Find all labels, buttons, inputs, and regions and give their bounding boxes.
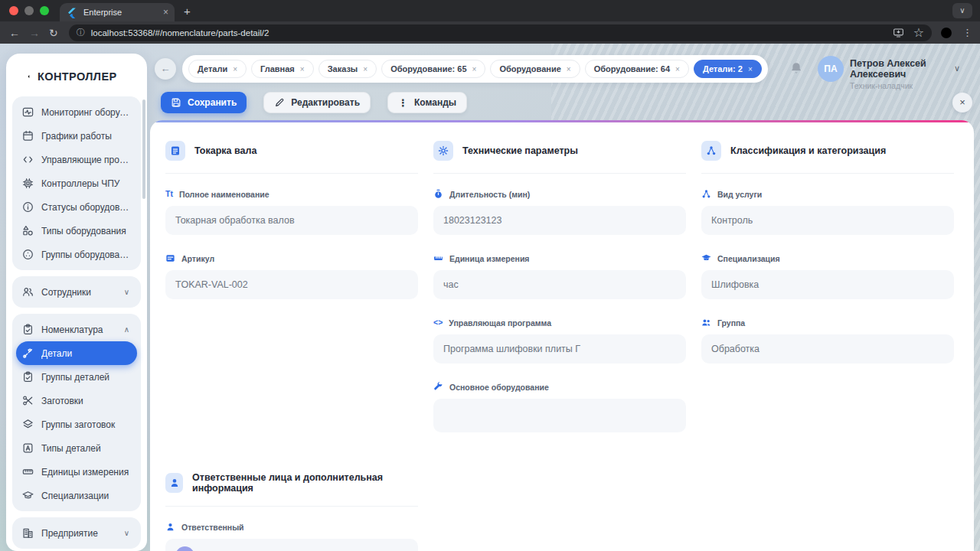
breadcrumb-chip-orders[interactable]: Заказы× [318, 60, 377, 78]
chip-close-icon[interactable]: × [300, 65, 305, 73]
sidebar-item-equipment-types[interactable]: Типы оборудования [16, 219, 137, 243]
sidebar-logo: КОНТРОЛЛЕР [12, 54, 141, 96]
sidebar-item-enterprise[interactable]: Предприятие ∨ [16, 521, 137, 545]
code-icon: <> [433, 318, 443, 328]
sidebar-item-cnc-controllers[interactable]: Контроллеры ЧПУ [16, 171, 137, 195]
chip-close-icon[interactable]: × [675, 65, 680, 73]
sidebar-item-equipment-groups[interactable]: Группы оборудования [16, 243, 137, 266]
breadcrumb-chip-equipment[interactable]: Оборудование× [490, 60, 580, 78]
chip-label: Главная [260, 64, 295, 73]
duration-input[interactable]: 18023123123 [433, 206, 686, 235]
group-input[interactable]: Обработка [701, 334, 954, 364]
sidebar-item-nomenclature[interactable]: Номенклатура ∧ [16, 318, 137, 341]
minimize-window-button[interactable] [24, 6, 34, 15]
window-controls[interactable] [9, 6, 49, 15]
article-input[interactable]: TOKAR-VAL-002 [165, 270, 418, 299]
tab-title: Enterprise [83, 8, 157, 17]
service-type-input[interactable]: Контроль [701, 206, 954, 235]
section-title: Ответственные лица и дополнительная инфо… [192, 472, 418, 494]
breadcrumb-chip-equipment-64[interactable]: Оборудование: 64× [585, 60, 689, 78]
sidebar-scrollbar[interactable] [142, 99, 145, 199]
url-bar[interactable]: ⓘ localhost:53368/#/nomenclature/parts-d… [69, 24, 932, 41]
url-text[interactable]: localhost:53368/#/nomenclature/parts-det… [91, 28, 887, 37]
chip-close-icon[interactable]: × [567, 65, 571, 73]
control-program-input[interactable]: Программа шлифовки плиты Г [433, 334, 686, 364]
sidebar-item-blank-groups[interactable]: Группы заготовок [16, 412, 137, 436]
breadcrumb-chip-parts-2-active[interactable]: Детали: 2× [694, 60, 762, 78]
field-service-type: Вид услуги Контроль [701, 189, 954, 235]
full-name-input[interactable]: Токарная обработка валов [165, 206, 418, 235]
bookmark-star-icon[interactable]: ☆ [913, 25, 924, 40]
collapse-menu-icon[interactable] [18, 70, 31, 83]
sidebar-item-schedules[interactable]: Графики работы [16, 124, 137, 148]
sidebar-item-label: Графики работы [41, 131, 131, 142]
chip-close-icon[interactable]: × [233, 65, 237, 73]
chip-close-icon[interactable]: × [748, 65, 753, 73]
chip-close-icon[interactable]: × [472, 65, 477, 73]
breadcrumb-chip-parts[interactable]: Детали× [188, 60, 247, 78]
browser-profile-icon[interactable] [939, 26, 953, 40]
chip-close-icon[interactable]: × [363, 65, 368, 73]
sidebar-item-monitoring[interactable]: Мониторинг оборудов... [16, 100, 137, 124]
chevron-down-icon: ∨ [124, 529, 129, 537]
sidebar-item-employees[interactable]: Сотрудники ∨ [16, 280, 137, 304]
install-app-icon[interactable] [893, 27, 904, 38]
edit-button[interactable]: Редактировать [263, 92, 371, 113]
user-avatar[interactable]: ПА [818, 56, 844, 82]
browser-tab[interactable]: Enterprise × [60, 3, 175, 21]
sidebar-item-specializations[interactable]: Специализации [16, 484, 137, 507]
section-header-classification: Классификация и категоризация [701, 122, 954, 174]
chip-label: Оборудование: 64 [594, 64, 670, 73]
field-article: Артикул TOKAR-VAL-002 [165, 253, 418, 299]
breadcrumb-chip-equipment-65[interactable]: Оборудование: 65× [381, 60, 485, 78]
field-label: Артикул [181, 254, 214, 263]
sidebar-section-equipment: Мониторинг оборудов... Графики работы Уп… [12, 96, 141, 270]
notifications-bell-icon[interactable] [789, 61, 803, 75]
sidebar-item-control-programs[interactable]: Управляющие програ... [16, 148, 137, 171]
field-label: Полное наименование [179, 190, 270, 199]
site-info-icon[interactable]: ⓘ [77, 27, 85, 38]
tab-search-chevron-icon[interactable]: ∨ [952, 3, 972, 18]
close-view-button[interactable]: × [952, 93, 972, 112]
main-equipment-input[interactable] [433, 399, 686, 432]
field-full-name: Tt Полное наименование Токарная обработк… [165, 189, 418, 235]
people-icon [22, 286, 34, 298]
field-duration: Длительность (мин) 18023123123 [433, 189, 686, 235]
breadcrumb-chip-home[interactable]: Главная× [251, 60, 314, 78]
specialization-input[interactable]: Шлифовка [701, 270, 954, 299]
user-menu-chevron-icon[interactable]: ∨ [954, 64, 960, 73]
sidebar-item-blanks[interactable]: Заготовки [16, 389, 137, 412]
browser-menu-icon[interactable]: ⋮ [962, 27, 972, 38]
responsible-avatar[interactable]: ?? [175, 546, 194, 551]
new-tab-button[interactable]: + [184, 5, 191, 18]
save-button[interactable]: Сохранить [161, 92, 247, 113]
responsible-input[interactable]: ?? [165, 539, 418, 551]
browser-reload-button[interactable]: ↻ [49, 27, 58, 39]
tools-icon [22, 347, 34, 359]
hierarchy-icon [701, 189, 711, 199]
sidebar-item-part-groups[interactable]: Группы деталей [16, 365, 137, 389]
unit-input[interactable]: час [433, 270, 686, 299]
field-label: Основное оборудование [449, 383, 549, 392]
sidebar-item-label: Группы оборудования [41, 249, 131, 260]
sidebar-item-parts[interactable]: Детали [16, 341, 137, 365]
sidebar-item-label: Сотрудники [41, 287, 116, 298]
commands-button[interactable]: ⋮ Команды [387, 92, 467, 113]
browser-forward-button[interactable]: → [29, 27, 40, 39]
tab-close-icon[interactable]: × [163, 7, 168, 18]
close-window-button[interactable] [9, 6, 18, 15]
field-label: Длительность (мин) [449, 190, 530, 199]
nav-back-button[interactable]: ← [155, 58, 176, 80]
fullscreen-window-button[interactable] [40, 6, 49, 15]
user-info[interactable]: Петров Алексей Алексеевич Техник-наладчи… [850, 58, 980, 90]
form-column-classification: Классификация и категоризация Вид услуги… [701, 122, 954, 432]
sidebar-section-enterprise: Предприятие ∨ [12, 517, 141, 549]
sidebar-item-measurement-units[interactable]: Единицы измерения [16, 460, 137, 484]
section-header-responsible: Ответственные лица и дополнительная инфо… [165, 454, 418, 507]
activity-icon [22, 106, 34, 118]
chip-label: Оборудование [499, 64, 560, 73]
sidebar-item-equipment-statuses[interactable]: Статусы оборудования [16, 195, 137, 219]
browser-back-button[interactable]: ← [9, 27, 20, 39]
layers-icon [22, 419, 34, 430]
sidebar-item-part-types[interactable]: Типы деталей [16, 436, 137, 460]
